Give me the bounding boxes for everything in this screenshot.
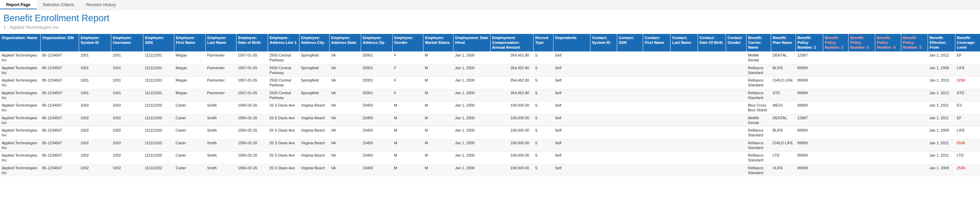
column-header: Employment: Date Hired	[453, 34, 490, 52]
column-header: Benefit: Policy Number: 4	[875, 34, 901, 52]
table-cell: VA	[329, 102, 361, 115]
column-header: Contact: System ID	[590, 34, 617, 52]
table-cell: 111111001	[143, 52, 174, 64]
table-cell	[643, 139, 670, 152]
table-cell	[823, 52, 848, 64]
table-cell: Jan 1, 2000	[453, 77, 490, 89]
table-cell	[590, 77, 617, 89]
table-cell: 12987	[795, 52, 823, 64]
table-cell: Parmenter	[205, 89, 236, 102]
table-cell: Self	[553, 127, 590, 139]
table-cell	[643, 89, 670, 102]
table-cell	[823, 64, 848, 77]
table-cell: 23450	[361, 139, 392, 152]
table-cell: Applied Technologies Inc	[0, 102, 40, 115]
table-cell: 2500 Central Parkway	[268, 89, 299, 102]
table-cell: Carter	[174, 152, 205, 164]
table-cell: 1957-01-05	[236, 52, 268, 64]
table-cell: Jan 1, 2009	[928, 127, 955, 139]
table-cell: S	[533, 114, 553, 127]
column-header: Employee: Marital Status	[423, 34, 453, 52]
table-row: Applied Technologies Inc85-1234567100210…	[0, 127, 980, 139]
table-cell: 1002	[111, 114, 143, 127]
table-cell: 111111001	[143, 64, 174, 77]
table-cell	[617, 127, 643, 139]
table-cell: S	[533, 164, 553, 177]
table-cell: Applied Technologies Inc	[0, 152, 40, 164]
table-cell: 99999	[795, 89, 823, 102]
table-cell: Applied Technologies Inc	[0, 77, 40, 89]
table-cell: Relliance Standard	[746, 139, 771, 152]
column-header: Contact: Gender	[725, 34, 746, 52]
tab-report-page[interactable]: Report Page	[0, 0, 37, 9]
table-cell: Smith	[205, 127, 236, 139]
table-cell: 1002	[79, 127, 111, 139]
table-cell: 2500 Central Parkway	[268, 52, 299, 64]
table-cell: VLIFE	[771, 164, 795, 177]
table-cell: 111111002	[143, 152, 174, 164]
table-cell: M	[392, 127, 423, 139]
table-cell: 354,452.80	[490, 64, 533, 77]
table-cell: M	[423, 52, 453, 64]
table-cell: 1956-02-26	[236, 102, 268, 115]
table-cell: Carter	[174, 139, 205, 152]
table-cell: 23450	[361, 152, 392, 164]
table-cell: Jan 1, 2013	[928, 77, 955, 89]
table-cell	[725, 77, 746, 89]
table-cell: 23450	[361, 164, 392, 177]
table-cell: 20001	[361, 52, 392, 64]
table-cell	[590, 164, 617, 177]
table-cell: Jan 1, 2011	[928, 114, 955, 127]
table-cell: 12987	[795, 114, 823, 127]
table-cell: LIFE	[955, 64, 980, 77]
column-header: Benefit: Carrier: Name	[746, 34, 771, 52]
table-cell	[848, 52, 875, 64]
table-cell: 2500 Central Parkway	[268, 77, 299, 89]
column-header: Employee: Address Zip	[361, 34, 392, 52]
table-cell: M	[423, 64, 453, 77]
table-cell: VA	[329, 89, 361, 102]
table-cell: Self	[553, 102, 590, 115]
table-cell: M	[423, 127, 453, 139]
table-cell	[643, 77, 670, 89]
table-cell	[617, 102, 643, 115]
table-cell: 190,000.00	[490, 164, 533, 177]
table-cell	[725, 164, 746, 177]
table-cell	[901, 89, 928, 102]
column-header: Employee: Last Name	[205, 34, 236, 52]
table-cell: Applied Technologies Inc	[0, 64, 40, 77]
table-cell	[725, 52, 746, 64]
table-cell	[725, 64, 746, 77]
tab-revision-history[interactable]: Revision History	[80, 0, 122, 9]
table-cell: CHILD LIFE	[771, 139, 795, 152]
column-header: Benefit: Plan Name	[771, 34, 795, 52]
table-cell	[823, 89, 848, 102]
table-cell: 190,000.00	[490, 102, 533, 115]
table-cell	[698, 164, 725, 177]
table-cell	[670, 64, 698, 77]
column-header: Employee: Date of Birth	[236, 34, 268, 52]
table-cell: Metlife Dental	[746, 52, 771, 64]
column-header: Contact: SSN	[617, 34, 643, 52]
table-cell: Applied Technologies Inc	[0, 114, 40, 127]
table-cell	[670, 89, 698, 102]
table-cell: 1002	[79, 139, 111, 152]
column-header: Employment: Compensation: Annual Amount	[490, 34, 533, 52]
table-cell: 1957-01-05	[236, 64, 268, 77]
table-cell: 26 S Davis Ave	[268, 114, 299, 127]
tab-selection-criteria[interactable]: Selection Criteria	[37, 0, 80, 9]
table-cell: 26 S Davis Ave	[268, 152, 299, 164]
table-cell: Relliance Standard	[746, 64, 771, 77]
table-cell: LTD	[955, 152, 980, 164]
table-cell	[590, 102, 617, 115]
table-cell: Virginia Beach	[299, 102, 329, 115]
table-cell: Metlife Dental	[746, 114, 771, 127]
table-cell	[901, 77, 928, 89]
table-cell: LTD	[771, 152, 795, 164]
table-cell	[698, 139, 725, 152]
table-cell: 111111002	[143, 102, 174, 115]
table-cell	[590, 114, 617, 127]
table-cell: BLIFE	[771, 64, 795, 77]
table-cell	[725, 89, 746, 102]
table-cell	[617, 77, 643, 89]
